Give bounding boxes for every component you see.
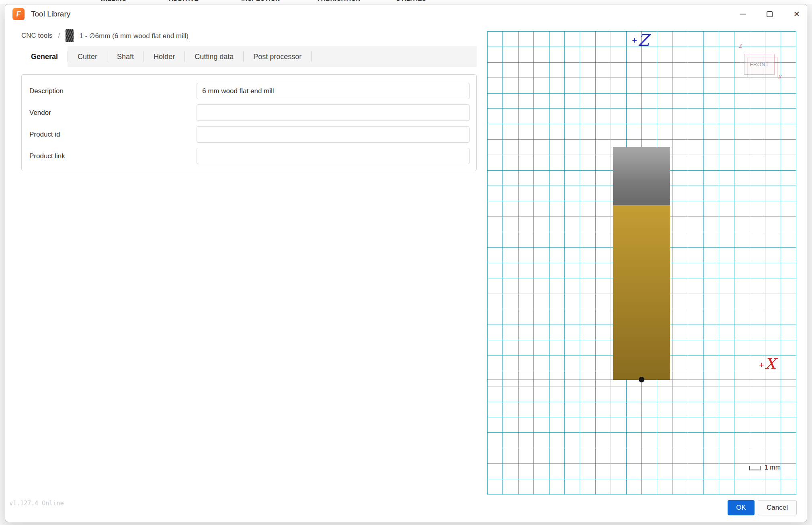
scale-bracket-icon	[749, 466, 761, 470]
view-cube-x-axis	[744, 78, 778, 78]
z-plus-sign: +	[632, 35, 637, 49]
view-cube-x-label: X	[778, 74, 782, 80]
tab-shaft[interactable]: Shaft	[107, 46, 144, 67]
x-plus-sign: +	[759, 360, 764, 373]
breadcrumb-root[interactable]: CNC tools	[21, 32, 52, 40]
tab-cutter[interactable]: Cutter	[68, 46, 107, 67]
tool-tip-origin-dot	[639, 377, 644, 382]
window-title: Tool Library	[31, 4, 70, 24]
maximize-button[interactable]	[759, 4, 780, 24]
view-cube-z-label: Z	[739, 43, 742, 49]
tool-flute-body	[613, 205, 670, 380]
x-letter: X	[765, 356, 776, 373]
ok-button[interactable]: OK	[728, 500, 755, 515]
toolbar-fragment: FABRICATION	[318, 0, 361, 2]
toolbar-fragment: MILLING	[100, 0, 127, 2]
close-icon: ✕	[794, 9, 800, 19]
z-letter: Z	[638, 31, 649, 49]
fusion-app-icon: F	[12, 8, 25, 20]
tab-general[interactable]: General	[21, 46, 68, 67]
tool-shank-lower	[613, 179, 670, 205]
vendor-label: Vendor	[29, 104, 51, 121]
breadcrumb-separator: /	[58, 32, 60, 40]
z-axis-label: + Z	[632, 31, 649, 49]
tool-shank-upper	[613, 147, 670, 179]
minimize-icon	[740, 14, 746, 14]
version-status-text: v1.127.4 Online	[9, 500, 64, 507]
minimize-button[interactable]	[732, 4, 754, 24]
description-field[interactable]	[197, 83, 470, 99]
vendor-field[interactable]	[197, 104, 470, 121]
tab-cutting-data[interactable]: Cutting data	[185, 46, 243, 67]
view-cube[interactable]: Z FRONT X	[736, 40, 791, 84]
cancel-button[interactable]: Cancel	[758, 500, 797, 515]
tool-preview-viewport[interactable]: + Z + X Z FRONT X 1 mm	[487, 31, 796, 494]
view-cube-z-axis	[741, 51, 741, 72]
background-app-toolbar: MILLING ADDITIVE INSPECTION FABRICATION …	[0, 0, 812, 4]
end-mill-thumbnail-icon	[66, 29, 74, 42]
maximize-icon	[767, 11, 773, 17]
product-link-label: Product link	[29, 148, 65, 164]
close-button[interactable]: ✕	[786, 4, 807, 24]
view-cube-front-face[interactable]: FRONT	[744, 54, 775, 75]
toolbar-fragment: ADDITIVE	[169, 0, 199, 2]
scale-indicator: 1 mm	[749, 464, 781, 470]
tool-library-dialog: F Tool Library ✕ CNC tools / 1 - ∅6mm (6…	[5, 4, 807, 522]
scale-label: 1 mm	[765, 464, 781, 471]
product-id-label: Product id	[29, 126, 60, 143]
toolbar-fragment: INSPECTION	[241, 0, 280, 2]
toolbar-fragment: UTILITIES	[396, 0, 426, 2]
breadcrumb-tool-label: 1 - ∅6mm (6 mm wood flat end mill)	[79, 32, 189, 40]
x-axis-label: + X	[759, 356, 776, 373]
breadcrumb: CNC tools / 1 - ∅6mm (6 mm wood flat end…	[21, 28, 189, 44]
title-bar[interactable]: F Tool Library ✕	[5, 4, 807, 24]
tab-divider	[311, 51, 312, 62]
product-link-field[interactable]	[197, 148, 470, 164]
product-id-field[interactable]	[197, 126, 470, 143]
tab-holder[interactable]: Holder	[144, 46, 185, 67]
tab-bar: General Cutter Shaft Holder Cutting data…	[21, 46, 477, 67]
general-form-card: Description Vendor Product id Product li…	[21, 74, 477, 171]
tab-post-processor[interactable]: Post processor	[244, 46, 311, 67]
description-label: Description	[29, 83, 64, 99]
